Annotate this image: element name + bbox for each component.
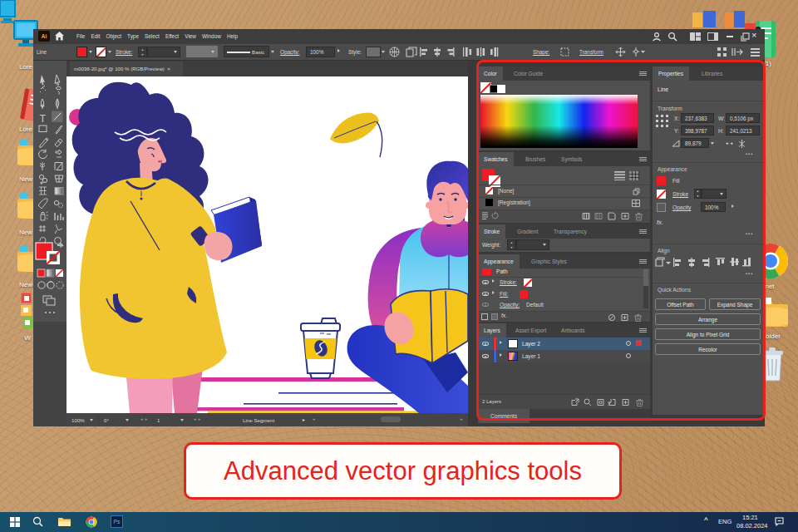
svg-text:T: T [40, 113, 47, 125]
